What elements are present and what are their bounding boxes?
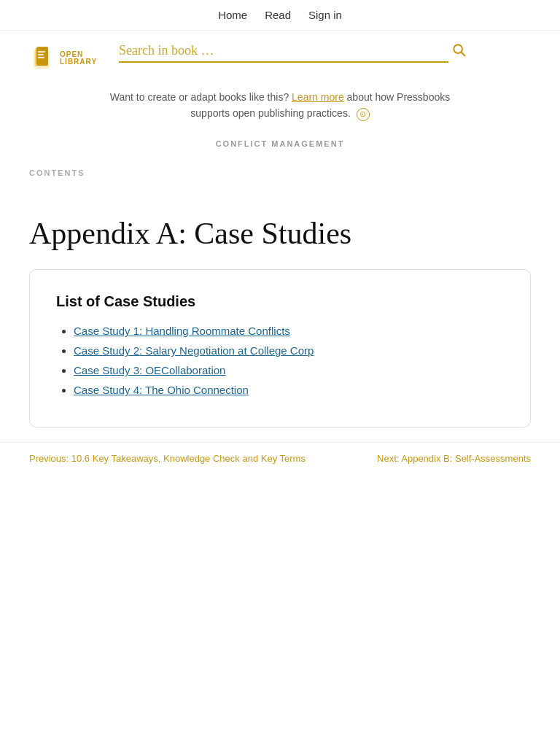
svg-rect-5 (38, 57, 44, 58)
nav-signin[interactable]: Sign in (308, 9, 342, 21)
book-subject: CONFLICT MANAGEMENT (29, 139, 531, 148)
search-button[interactable] (448, 39, 469, 63)
list-item: Case Study 3: OECollaboration (74, 364, 504, 376)
list-item: Case Study 1: Handling Roommate Conflict… (74, 325, 504, 337)
svg-rect-3 (38, 51, 45, 53)
prev-nav-link[interactable]: Previous: 10.6 Key Takeaways, Knowledge … (29, 453, 306, 464)
banner-learn-more-link[interactable]: Learn more (292, 91, 344, 103)
list-item: Case Study 2: Salary Negotiation at Coll… (74, 344, 504, 357)
logo-library: LIBRARY (60, 58, 97, 66)
logo-text: OPEN LIBRARY (60, 51, 97, 66)
header: OPEN LIBRARY (0, 31, 560, 71)
logo[interactable]: OPEN LIBRARY (29, 45, 97, 71)
next-nav-link[interactable]: Next: Appendix B: Self-Assessments (377, 453, 531, 464)
search-area (97, 39, 531, 63)
banner-circle-icon: ⊙ (357, 108, 370, 121)
search-icon (451, 42, 466, 57)
banner-text: Want to create or adapt books like this?… (0, 71, 560, 133)
prev-link: Previous: 10.6 Key Takeaways, Knowledge … (29, 452, 306, 465)
page-title: Appendix A: Case Studies (29, 215, 531, 252)
svg-rect-4 (38, 54, 44, 55)
search-row (119, 39, 469, 63)
open-library-logo-icon (29, 45, 55, 71)
book-title-section: CONFLICT MANAGEMENT (0, 133, 560, 160)
case-study-1-link[interactable]: Case Study 1: Handling Roommate Conflict… (74, 325, 290, 337)
contents-label: CONTENTS (0, 160, 560, 186)
banner-text-before: Want to create or adapt books like this? (110, 91, 289, 103)
bottom-nav: Previous: 10.6 Key Takeaways, Knowledge … (0, 442, 560, 473)
svg-rect-2 (36, 47, 48, 66)
case-studies-list: Case Study 1: Handling Roommate Conflict… (56, 325, 504, 396)
svg-line-7 (462, 53, 465, 56)
search-input[interactable] (119, 40, 448, 63)
content-card: List of Case Studies Case Study 1: Handl… (29, 269, 531, 427)
page-title-area: Appendix A: Case Studies (0, 186, 560, 269)
case-study-4-link[interactable]: Case Study 4: The Ohio Connection (74, 384, 249, 396)
nav-home[interactable]: Home (218, 9, 247, 21)
case-studies-card-heading: List of Case Studies (56, 293, 504, 310)
nav-read[interactable]: Read (265, 9, 291, 21)
list-item: Case Study 4: The Ohio Connection (74, 384, 504, 396)
case-study-2-link[interactable]: Case Study 2: Salary Negotiation at Coll… (74, 344, 314, 357)
top-nav: Home Read Sign in (0, 0, 560, 31)
case-study-3-link[interactable]: Case Study 3: OECollaboration (74, 364, 225, 376)
next-link: Next: Appendix B: Self-Assessments (377, 452, 531, 465)
